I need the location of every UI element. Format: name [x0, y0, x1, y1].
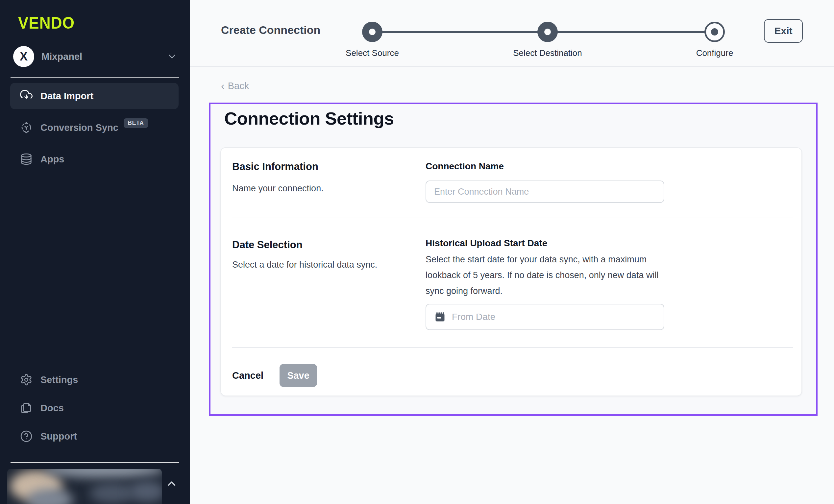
sidebar-item-docs[interactable]: Docs	[10, 394, 179, 422]
conversion-sync-icon	[20, 121, 32, 134]
basic-information-description: Name your connection.	[232, 183, 324, 194]
gear-icon	[20, 373, 32, 386]
user-profile-blurred[interactable]	[7, 469, 162, 504]
connection-name-label: Connection Name	[425, 161, 504, 172]
sidebar-item-apps[interactable]: Apps	[10, 146, 179, 172]
mixpanel-logo-icon: X	[13, 46, 34, 67]
sidebar-item-data-import[interactable]: Data Import	[10, 83, 179, 109]
step-label-select-source: Select Source	[303, 48, 441, 58]
main-area: Create Connection Select Source Select D…	[190, 0, 834, 504]
beta-badge: BETA	[124, 118, 148, 128]
sidebar-divider-bottom	[10, 462, 179, 463]
help-icon	[20, 430, 32, 442]
sidebar-footer-nav: Settings Docs Support	[10, 366, 179, 451]
sidebar-divider-top	[10, 77, 179, 78]
page-title: Create Connection	[221, 24, 320, 37]
sidebar-item-label: Settings	[41, 374, 78, 385]
create-connection-header: Create Connection Select Source Select D…	[190, 0, 834, 67]
back-label: Back	[228, 81, 249, 91]
workspace-selector[interactable]: X Mixpanel	[13, 45, 178, 68]
stepper-line-1	[372, 31, 548, 33]
cancel-button[interactable]: Cancel	[232, 364, 263, 387]
step-dot-select-destination	[537, 22, 558, 42]
sidebar-item-label: Support	[41, 431, 77, 442]
card-divider	[232, 218, 793, 218]
step-label-configure: Configure	[645, 48, 784, 58]
sidebar-item-settings[interactable]: Settings	[10, 366, 179, 394]
vendo-logo: VENDO	[18, 13, 75, 32]
from-date-field[interactable]	[425, 304, 664, 330]
cloud-download-icon	[20, 90, 32, 102]
calendar-icon	[434, 311, 446, 323]
sidebar-item-conversion-sync[interactable]: Conversion Sync BETA	[10, 114, 179, 141]
sidebar: VENDO X Mixpanel Data Import C	[0, 0, 190, 504]
connection-settings-panel: Connection Settings Basic Information Na…	[209, 103, 817, 416]
workspace-name: Mixpanel	[41, 51, 167, 62]
save-button[interactable]: Save	[280, 364, 317, 387]
sidebar-item-label: Docs	[41, 403, 64, 414]
from-date-input[interactable]	[452, 312, 656, 322]
chevron-down-icon	[167, 51, 178, 62]
settings-card: Basic Information Name your connection. …	[220, 147, 802, 396]
chevron-up-icon[interactable]	[166, 477, 178, 490]
panel-title: Connection Settings	[224, 108, 394, 129]
exit-button[interactable]: Exit	[764, 19, 803, 43]
sidebar-item-label: Apps	[41, 154, 64, 165]
connection-name-input[interactable]	[425, 180, 664, 203]
sidebar-item-label: Conversion Sync	[41, 122, 118, 133]
historical-upload-label: Historical Upload Start Date	[425, 238, 547, 248]
sidebar-item-label: Data Import	[41, 91, 93, 102]
card-divider	[232, 347, 793, 348]
step-dot-configure	[704, 22, 725, 42]
sidebar-nav: Data Import Conversion Sync BETA Apps	[10, 83, 179, 178]
date-selection-description: Select a date for historical data sync.	[232, 260, 377, 270]
chevron-left-icon: ‹	[221, 81, 225, 91]
step-label-select-destination: Select Destination	[479, 48, 617, 58]
app-screen: VENDO X Mixpanel Data Import C	[0, 0, 834, 504]
database-icon	[20, 153, 32, 166]
date-selection-title: Date Selection	[232, 239, 303, 251]
basic-information-title: Basic Information	[232, 161, 319, 173]
sidebar-item-support[interactable]: Support	[10, 422, 179, 451]
historical-upload-help: Select the start date for your data sync…	[425, 251, 659, 299]
docs-icon	[20, 402, 32, 414]
step-dot-select-source	[362, 22, 382, 42]
back-link[interactable]: ‹ Back	[221, 81, 249, 91]
stepper-line-2	[548, 31, 715, 33]
